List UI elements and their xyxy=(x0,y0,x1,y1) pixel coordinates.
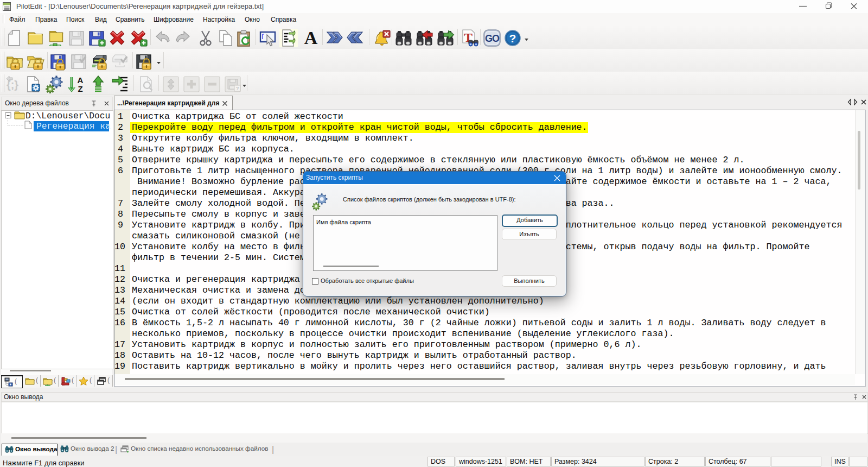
svg-text:A: A xyxy=(78,75,84,85)
svg-text:?: ? xyxy=(236,86,239,91)
svg-text:GO: GO xyxy=(485,33,500,44)
svg-text:A: A xyxy=(304,29,318,47)
svg-text:Z: Z xyxy=(78,84,82,93)
svg-text:?: ? xyxy=(509,32,516,45)
